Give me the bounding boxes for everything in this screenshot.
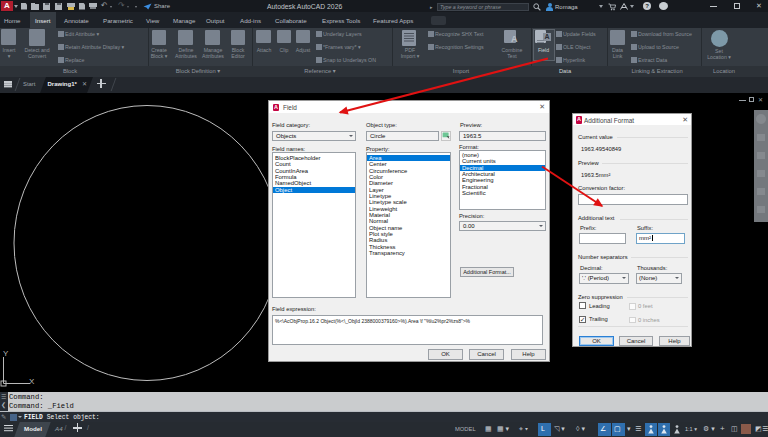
- svg-text:X: X: [29, 377, 35, 386]
- svg-text:Y: Y: [3, 349, 9, 358]
